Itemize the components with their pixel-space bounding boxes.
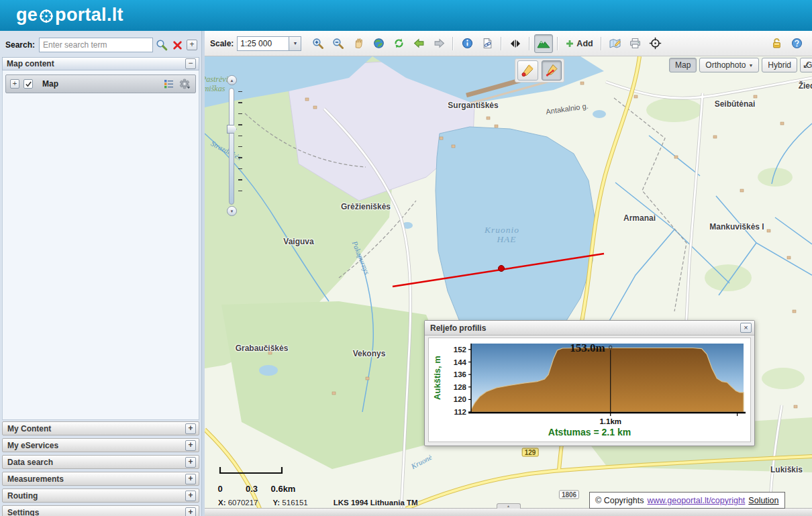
crosshair-icon <box>649 37 662 50</box>
edit-map-button[interactable] <box>606 34 625 53</box>
scale-value: 1:25 000 <box>238 39 289 48</box>
printer-icon <box>629 38 641 49</box>
svg-text:120: 120 <box>454 395 466 403</box>
accordion-measurements[interactable]: Measurements+ <box>2 472 199 486</box>
pencil-point-icon <box>520 63 535 78</box>
chevron-down-icon: ▼ <box>748 63 753 68</box>
south-collapse-tab[interactable]: ▲ <box>497 503 521 509</box>
svg-text:1.1km: 1.1km <box>599 417 621 425</box>
logo-text-prefix: ge <box>16 5 38 25</box>
login-lock-button[interactable] <box>767 34 786 53</box>
full-extent-button[interactable] <box>369 34 388 53</box>
gps-locate-button[interactable] <box>646 34 665 53</box>
add-search-button[interactable]: + <box>187 40 197 50</box>
layer-row-map[interactable]: + Map <box>5 74 196 93</box>
popup-title: Reljefo profilis <box>430 323 486 333</box>
add-button[interactable]: Add <box>562 35 597 52</box>
zoom-in-button[interactable] <box>309 34 327 53</box>
chevron-down-icon[interactable]: ▼ <box>289 37 301 50</box>
basemap-label: Map <box>675 60 691 70</box>
red-x-icon <box>172 40 183 50</box>
accordion-my-eservices[interactable]: My eServices+ <box>2 438 199 452</box>
expand-button[interactable]: + <box>185 507 196 516</box>
accordion-data-search[interactable]: Data search+ <box>2 455 199 469</box>
basemap-map[interactable]: Map <box>669 58 697 72</box>
zoom-slider[interactable]: ▲ ▼ <box>227 75 238 217</box>
measure-line-button[interactable] <box>542 60 562 81</box>
map-content-title: Map content <box>7 59 54 68</box>
gear-icon <box>179 79 191 89</box>
search-input[interactable] <box>39 38 153 52</box>
layer-expand-button[interactable]: + <box>10 79 19 89</box>
expand-button[interactable]: + <box>185 491 196 501</box>
scale-select[interactable]: 1:25 000 ▼ <box>237 36 301 51</box>
toolbar-separator <box>557 37 558 50</box>
zoom-slider-handle[interactable] <box>227 125 237 134</box>
measurement-midpoint[interactable] <box>499 266 505 272</box>
plus-icon <box>566 40 574 48</box>
toolbar-separator <box>529 37 530 50</box>
zoom-slider-up-button[interactable]: ▲ <box>227 75 237 85</box>
expand-button[interactable]: + <box>185 423 196 434</box>
expand-button[interactable]: + <box>185 474 196 484</box>
forward-button[interactable] <box>429 34 448 53</box>
accordion-my-content[interactable]: My Content+ <box>2 421 199 435</box>
help-button[interactable] <box>787 34 806 53</box>
collapse-corner-icon[interactable]: ↙ <box>803 60 810 70</box>
svg-text:112: 112 <box>454 408 466 416</box>
elevation-profile-button[interactable] <box>534 34 553 53</box>
collapse-panel-button[interactable]: − <box>185 58 196 69</box>
svg-text:128: 128 <box>454 383 467 391</box>
distance-total-label: Atstumas = 2.1 km <box>429 427 750 437</box>
layer-checkbox[interactable] <box>23 79 33 89</box>
elevation-chart: 153.0m1121201281361441521.1kmAukštis, m <box>429 340 751 425</box>
popup-titlebar[interactable]: Reljefo profilis × <box>425 321 754 336</box>
expand-button[interactable]: + <box>185 440 196 451</box>
pan-button[interactable] <box>349 34 368 53</box>
legend-button[interactable] <box>162 77 176 91</box>
measure-point-button[interactable] <box>517 60 538 81</box>
clear-search-button[interactable] <box>170 38 184 52</box>
basemap-hybrid[interactable]: Hybrid <box>762 58 797 72</box>
logo-text-suffix: portal.lt <box>55 5 123 25</box>
zoom-slider-track[interactable] <box>229 88 234 205</box>
search-button[interactable] <box>155 38 168 52</box>
expand-button[interactable]: + <box>185 457 196 468</box>
map-region: Scale: 1:25 000 ▼ Add <box>205 31 812 516</box>
pencil-line-icon <box>544 63 559 78</box>
print-button[interactable] <box>626 34 645 53</box>
svg-text:152: 152 <box>454 346 466 354</box>
basemap-switcher: MapOrthophoto▼HybridGrey <box>666 58 812 72</box>
map-canvas[interactable]: SurgantiškėsAntakalnio g.SeibūtėnaiŽiedG… <box>205 56 812 509</box>
solution-link[interactable]: Solution <box>748 496 778 505</box>
basemap-orthophoto[interactable]: Orthophoto▼ <box>699 58 759 72</box>
globe-icon <box>373 38 385 49</box>
crs-label: LKS 1994 Lithuania TM <box>334 499 418 507</box>
search-label: Search: <box>5 40 35 50</box>
help-icon <box>791 38 803 49</box>
geoportal-app: ge portal.lt Search: + Map content − + <box>0 0 812 516</box>
permalink-button[interactable] <box>478 34 497 53</box>
layer-settings-button[interactable] <box>178 77 191 91</box>
info-button[interactable] <box>458 34 476 53</box>
map-content-header[interactable]: Map content − <box>2 57 199 70</box>
copyright-link[interactable]: www.geoportal.lt/copyright <box>647 496 745 505</box>
close-icon[interactable]: × <box>740 323 752 333</box>
refresh-button[interactable] <box>389 34 408 53</box>
elevation-profile-popup[interactable]: Reljefo profilis × 153.0m112120128136144… <box>424 320 755 446</box>
zoom-out-icon <box>332 38 344 50</box>
split-view-button[interactable] <box>506 34 525 53</box>
geoportal-logo[interactable]: ge portal.lt <box>16 5 123 25</box>
search-row: Search: + <box>0 36 201 54</box>
zoom-slider-ticks <box>238 91 242 201</box>
accordion-settings[interactable]: Settings+ <box>2 505 199 516</box>
accordion-label: My eServices <box>7 441 58 450</box>
accordion-label: Settings <box>7 508 39 516</box>
compass-icon <box>38 8 54 24</box>
zoom-out-button[interactable] <box>329 34 348 53</box>
south-collapse-bar: ▲ <box>205 508 812 516</box>
map-content-body: + Map <box>2 70 199 420</box>
zoom-slider-down-button[interactable]: ▼ <box>227 206 237 216</box>
back-button[interactable] <box>409 34 428 53</box>
accordion-routing[interactable]: Routing+ <box>2 488 199 503</box>
